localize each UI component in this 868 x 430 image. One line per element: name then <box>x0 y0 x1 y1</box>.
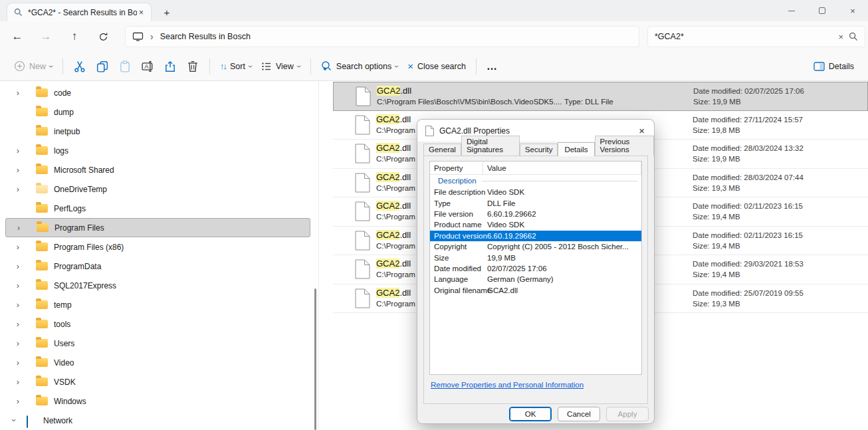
cut-button[interactable] <box>68 56 91 77</box>
apply-button[interactable]: Apply <box>606 407 649 421</box>
minimize-button[interactable] <box>776 0 807 21</box>
breadcrumb-location[interactable]: Search Results in Bosch <box>160 32 251 41</box>
sidebar-item-inetpub[interactable]: inetpub <box>5 122 310 141</box>
table-row[interactable]: Copyright Copyright (C) 2005 - 2012 Bosc… <box>430 241 641 252</box>
chevron-right-icon[interactable]: › <box>17 223 20 233</box>
ok-button[interactable]: OK <box>509 407 552 421</box>
copy-button[interactable] <box>91 56 114 77</box>
sidebar-item-network[interactable]: › Network <box>0 411 310 430</box>
sidebar-scrollbar[interactable] <box>314 288 316 430</box>
chevron-right-icon[interactable]: › <box>17 165 19 175</box>
folder-icon <box>36 339 48 348</box>
sidebar-item-windows[interactable]: › Windows <box>5 391 310 411</box>
remove-properties-link[interactable]: Remove Properties and Personal Informati… <box>431 381 584 389</box>
file-icon <box>355 231 370 251</box>
tab-security[interactable]: Security <box>520 144 558 156</box>
breadcrumb-chevron-icon[interactable]: › <box>150 31 154 42</box>
chevron-right-icon[interactable]: › <box>17 300 19 310</box>
chevron-right-icon[interactable]: › <box>17 377 19 387</box>
folder-icon <box>36 165 48 174</box>
forward-button[interactable]: → <box>35 25 57 48</box>
tab-details[interactable]: Details <box>558 142 594 156</box>
chevron-right-icon[interactable]: › <box>17 261 19 271</box>
more-options-button[interactable]: … <box>482 56 502 76</box>
table-row[interactable]: Date modified 02/07/2025 17:06 <box>430 263 641 274</box>
sidebar-item-onedrivetemp[interactable]: › OneDriveTemp <box>5 179 310 199</box>
chevron-right-icon[interactable]: › <box>17 358 19 368</box>
table-row-selected[interactable]: Product version 6.60.19.29662 <box>430 231 641 241</box>
table-row[interactable]: File description Video SDK <box>430 187 641 197</box>
table-row[interactable]: Product name Video SDK <box>430 219 641 230</box>
sidebar-item-dump[interactable]: dump <box>5 102 310 122</box>
table-row[interactable]: Language German (Germany) <box>430 274 641 284</box>
sidebar-item-temp[interactable]: › temp <box>5 295 310 314</box>
sidebar-item-program-files-x86[interactable]: › Program Files (x86) <box>5 237 310 257</box>
breadcrumb[interactable]: › Search Results in Bosch <box>125 26 639 47</box>
table-row[interactable]: File version 6.60.19.29662 <box>430 209 641 219</box>
search-options-chevron-icon: › <box>392 65 401 68</box>
value-column-header[interactable]: Value <box>483 161 641 174</box>
chevron-right-icon[interactable]: › <box>17 280 19 290</box>
explorer-tab[interactable]: *GCA2* - Search Results in Bo × <box>7 3 152 21</box>
chevron-right-icon[interactable]: › <box>17 319 19 329</box>
refresh-button[interactable] <box>92 25 114 48</box>
tab-close-icon[interactable]: × <box>137 8 146 17</box>
chevron-right-icon[interactable]: › <box>17 338 19 348</box>
view-button[interactable]: View › <box>257 57 305 76</box>
details-pane-icon <box>814 62 825 71</box>
rename-button[interactable]: A <box>136 56 159 77</box>
chevron-right-icon[interactable]: › <box>17 242 19 252</box>
view-label: View <box>276 62 294 71</box>
chevron-right-icon[interactable]: › <box>17 184 19 194</box>
new-tab-button[interactable]: + <box>160 5 174 19</box>
details-pane-button[interactable]: Details <box>809 58 859 75</box>
back-button[interactable]: ← <box>6 25 29 48</box>
delete-button[interactable] <box>181 56 204 77</box>
up-button[interactable]: ↑ <box>63 25 86 48</box>
file-row[interactable]: GCA2.dll C:\Program Files\Bosch\VMS\bin\… <box>333 82 868 111</box>
share-icon <box>164 60 176 72</box>
chevron-down-icon[interactable]: › <box>9 419 19 421</box>
tab-digital-signatures[interactable]: Digital Signatures <box>461 136 520 156</box>
sidebar-item-program-files[interactable]: › Program Files <box>5 218 310 237</box>
maximize-button[interactable] <box>807 0 837 21</box>
close-button[interactable]: × <box>837 0 868 21</box>
file-size: Size: 19,3 MB <box>693 183 804 193</box>
details-tab-panel: Property Value Description File descript… <box>423 156 648 404</box>
tab-previous-versions[interactable]: Previous Versions <box>595 136 654 156</box>
search-icon[interactable] <box>849 32 858 41</box>
sidebar-item-logs[interactable]: › logs <box>5 141 310 160</box>
folder-icon <box>36 377 48 386</box>
sidebar-item-vsdk[interactable]: › VSDK <box>5 372 310 391</box>
cancel-button[interactable]: Cancel <box>558 407 600 421</box>
table-row[interactable]: Size 19,9 MB <box>430 252 641 263</box>
table-row[interactable]: Original filename GCA2.dll <box>430 285 641 296</box>
property-column-header[interactable]: Property <box>430 161 483 174</box>
sidebar-item-microsoft-shared[interactable]: › Microsoft Shared <box>5 160 310 179</box>
sidebar-item-tools[interactable]: › tools <box>5 314 310 334</box>
file-date-modified: Date modified: 28/03/2024 13:32 <box>693 143 804 154</box>
sort-button[interactable]: ↑↓ Sort › <box>215 57 257 75</box>
chevron-right-icon[interactable]: › <box>17 396 19 406</box>
dialog-close-icon[interactable]: × <box>637 125 646 136</box>
clear-search-icon[interactable]: × <box>833 32 849 42</box>
chevron-right-icon[interactable]: › <box>17 146 19 156</box>
search-input[interactable] <box>655 32 833 41</box>
search-box[interactable]: × <box>647 26 865 47</box>
tab-general[interactable]: General <box>423 144 461 156</box>
search-options-button[interactable]: Search options › <box>316 56 403 76</box>
new-button[interactable]: New › <box>9 56 57 76</box>
sidebar-item-video[interactable]: › Video <box>5 353 310 372</box>
sidebar-item-sql2017express[interactable]: › SQL2017Express <box>5 276 310 295</box>
file-icon <box>355 288 370 308</box>
sidebar-item-programdata[interactable]: › ProgramData <box>5 257 310 276</box>
chevron-right-icon[interactable]: › <box>17 88 19 98</box>
paste-button[interactable] <box>114 56 136 77</box>
property-value: Video SDK <box>483 188 641 196</box>
sidebar-item-code[interactable]: › code <box>5 83 310 102</box>
close-search-button[interactable]: × Close search <box>403 56 471 76</box>
share-button[interactable] <box>159 56 181 77</box>
sidebar-item-users[interactable]: › Users <box>5 334 310 353</box>
table-row[interactable]: Type DLL File <box>430 197 641 208</box>
sidebar-item-perflogs[interactable]: PerfLogs <box>5 199 310 218</box>
